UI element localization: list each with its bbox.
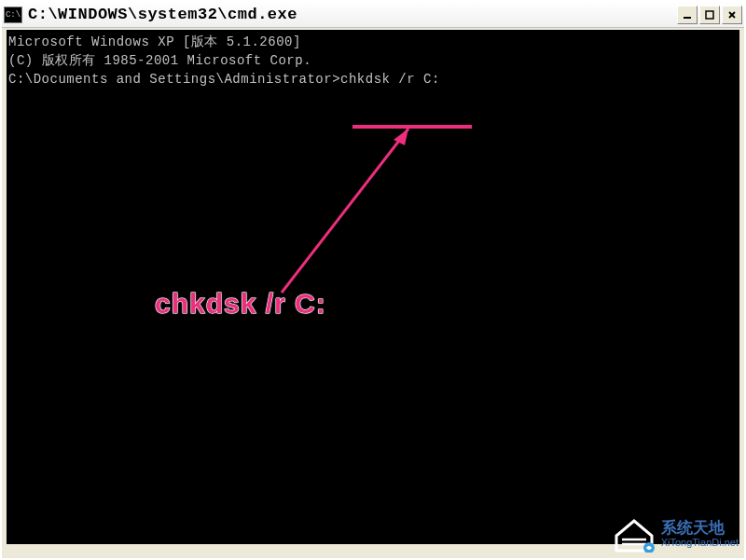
- close-button[interactable]: [722, 6, 742, 24]
- command-text: chkdsk /r C:: [340, 72, 440, 87]
- cmd-window: C:\ C:\WINDOWS\system32\cmd.exe Mic: [0, 0, 746, 560]
- terminal-line-copyright: (C) 版权所有 1985-2001 Microsoft Corp.: [8, 51, 738, 70]
- watermark-url: XiTongTianDi.net: [661, 537, 739, 548]
- maximize-icon: [705, 10, 714, 20]
- maximize-button[interactable]: [699, 6, 720, 24]
- terminal-line-version: Microsoft Windows XP [版本 5.1.2600]: [8, 33, 738, 51]
- svg-rect-0: [684, 17, 691, 19]
- terminal-body[interactable]: Microsoft Windows XP [版本 5.1.2600](C) 版权…: [7, 30, 739, 544]
- titlebar[interactable]: C:\ C:\WINDOWS\system32\cmd.exe: [2, 2, 744, 28]
- watermark-text: 系统天地 XiTongTianDi.net: [661, 520, 739, 549]
- prompt-text: C:\Documents and Settings\Administrator>: [8, 72, 340, 87]
- svg-rect-1: [706, 11, 713, 19]
- minimize-icon: [683, 10, 692, 20]
- house-icon: [613, 515, 656, 553]
- close-icon: [727, 10, 737, 20]
- watermark: 系统天地 XiTongTianDi.net: [613, 515, 739, 553]
- minimize-button[interactable]: [677, 6, 698, 24]
- cmd-icon: C:\: [4, 7, 22, 23]
- watermark-title: 系统天地: [661, 520, 739, 538]
- annotation-label: chkdsk /r C:: [155, 288, 326, 320]
- terminal-prompt-line: C:\Documents and Settings\Administrator>…: [8, 70, 738, 89]
- window-title: C:\WINDOWS\system32\cmd.exe: [28, 6, 677, 23]
- cmd-icon-text: C:\: [6, 10, 21, 20]
- window-controls: [677, 6, 742, 24]
